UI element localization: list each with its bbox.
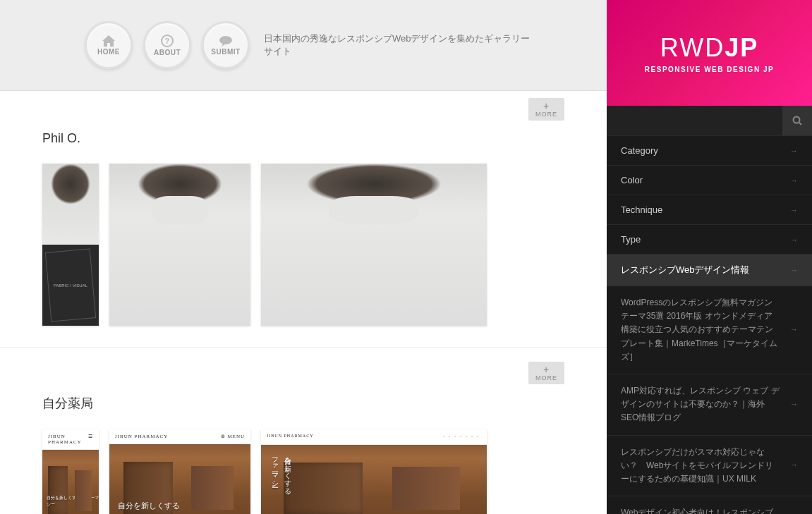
thumbnail-mobile[interactable]: FABRIC / VISUAL [42, 164, 99, 326]
home-icon [102, 35, 115, 47]
chevron-right-icon: → [790, 176, 798, 185]
submit-label: SUBMIT [211, 48, 240, 56]
chevron-right-icon: → [790, 324, 798, 336]
svg-point-3 [794, 117, 800, 123]
thumbnail-desktop[interactable]: JIBUN PHARMACY・・・・・・・ 自分を新しくする ファーマシー。 [261, 429, 487, 514]
sidebar-menu: Category→ Color→ Technique→ Type→ レスポンシブ… [607, 135, 812, 514]
header: HOME ? ABOUT SUBMIT 日本国内の秀逸なレスポンシブWebデザイ… [0, 0, 607, 91]
chevron-right-icon: → [790, 266, 798, 274]
pharm-header: JIBUN PHARMACY [48, 434, 88, 445]
pharm-text-mobile: 自分を新しくする ファーマシー [47, 495, 99, 508]
about-label: ABOUT [154, 49, 181, 56]
nav-buttons: HOME ? ABOUT SUBMIT [85, 21, 250, 69]
sidebar-item-color[interactable]: Color→ [607, 165, 812, 195]
search-input[interactable] [607, 106, 782, 135]
pharm-header: JIBUN PHARMACY [115, 434, 168, 439]
more-button[interactable]: + MORE [528, 362, 564, 384]
sidebar-item-type[interactable]: Type→ [607, 224, 812, 254]
pharm-header: JIBUN PHARMACY [267, 434, 314, 440]
plus-icon: + [543, 365, 550, 374]
tagline: 日本国内の秀逸なレスポンシブWebデザインを集めたギャラリーサイト [264, 32, 536, 58]
item-title[interactable]: Phil O. [42, 131, 564, 146]
svg-point-2 [219, 36, 232, 44]
search-button[interactable] [782, 106, 812, 135]
gallery-item: 自分薬局 JIBUN PHARMACY☰ 自分を新しくする ファーマシー JIB… [0, 395, 607, 514]
logo-title-a: RWD [660, 33, 725, 62]
plus-icon: + [543, 101, 550, 111]
home-label: HOME [97, 48, 120, 56]
gallery-item: Phil O. FABRIC / VISUAL [0, 131, 607, 348]
chevron-right-icon: → [790, 206, 798, 214]
home-button[interactable]: HOME [85, 21, 133, 69]
pharm-text-desktop: 自分を新しくする ファーマシー。 [268, 452, 293, 491]
search-bar [607, 106, 812, 135]
logo[interactable]: RWDJP RESPONSIVE WEB DESIGN JP [607, 0, 812, 106]
thumbnail-mobile[interactable]: JIBUN PHARMACY☰ 自分を新しくする ファーマシー [42, 429, 99, 514]
more-label: MORE [535, 374, 557, 381]
svg-line-4 [799, 123, 801, 125]
sidebar-article-link[interactable]: レスポンシブだけがスマホ対応じゃない？ Webサイトをモバイルフレンドリーにする… [607, 435, 812, 496]
sidebar-item-technique[interactable]: Technique→ [607, 195, 812, 224]
sidebar-item-category[interactable]: Category→ [607, 135, 812, 165]
search-icon [792, 116, 802, 126]
bubble-icon [219, 35, 233, 47]
thumbnail-tablet[interactable] [109, 164, 250, 326]
submit-button[interactable]: SUBMIT [202, 21, 250, 69]
logo-title-b: JP [725, 33, 758, 62]
question-icon: ? [161, 35, 174, 47]
sidebar: RWDJP RESPONSIVE WEB DESIGN JP Category→… [607, 0, 812, 514]
pharm-text-tablet: 自分を新しくする ファーマシー [118, 500, 180, 514]
mobile-sublabel: FABRIC / VISUAL [54, 283, 87, 288]
about-button[interactable]: ? ABOUT [143, 21, 191, 69]
chevron-right-icon: → [790, 459, 798, 472]
svg-text:?: ? [164, 37, 169, 45]
sidebar-article-link[interactable]: WordPressのレスポンシブ無料マガジンテーマ35選 2016年版 オウンド… [607, 286, 812, 374]
logo-subtitle: RESPONSIVE WEB DESIGN JP [645, 66, 774, 73]
more-label: MORE [535, 111, 557, 118]
more-button[interactable]: + MORE [528, 98, 564, 121]
item-title[interactable]: 自分薬局 [42, 395, 564, 412]
sidebar-item-rwd-info[interactable]: レスポンシブWebデザイン情報→ [607, 254, 812, 286]
chevron-right-icon: → [790, 398, 798, 411]
thumbnail-desktop[interactable] [261, 164, 487, 326]
thumbnail-tablet[interactable]: JIBUN PHARMACY⊕ MENU 自分を新しくする ファーマシー [109, 429, 250, 514]
sidebar-article-link[interactable]: AMP対応すれば、レスポンシブ ウェブ デザインのサイトは不要なのか？｜海外SE… [607, 374, 812, 435]
chevron-right-icon: → [790, 147, 798, 155]
chevron-right-icon: → [790, 235, 798, 244]
sidebar-article-link[interactable]: Webデザイン初心者向け！レスポンシブデザインのメリット・デメリットについての解… [607, 496, 812, 514]
